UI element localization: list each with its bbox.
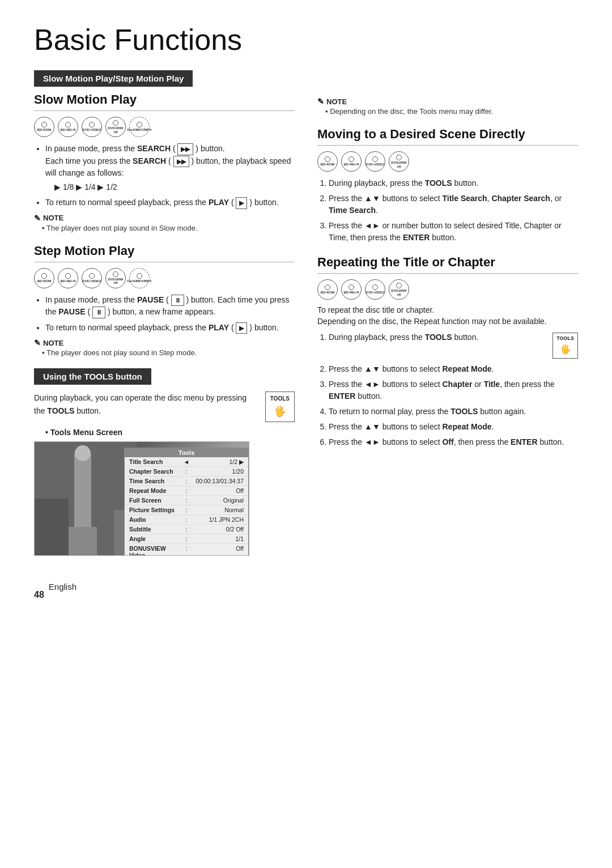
repeating-intro2: Depending on the disc, the Repeat functi…	[317, 317, 578, 326]
menu-row-picture-settings: Picture Settings : Normal	[125, 505, 248, 515]
page-title: Basic Functions	[34, 23, 578, 57]
slow-motion-bullets: In pause mode, press the SEARCH ( ▶▶ ) b…	[34, 143, 295, 209]
menu-row-time-search: Time Search : 00:00:13/01:34:37	[125, 476, 248, 486]
moving-scene-disc-icons: BD-ROM BD-RE/-R DVD-VIDEO DVD±RW/±R	[317, 151, 578, 172]
page-language: English	[49, 582, 76, 592]
tools-menu-screenshot: Tools Title Search ◄ 1/2 ▶ Chapter Searc…	[34, 441, 249, 556]
tools-intro: During playback, you can operate the dis…	[34, 392, 295, 422]
note-pencil-icon-2: ✎	[34, 338, 41, 347]
disc-dvd-rw: DVD±RW/±R	[105, 117, 126, 137]
slow-step-banner: Slow Motion Play/Step Motion Play	[34, 70, 193, 87]
tools-banner: Using the TOOLS button	[34, 368, 151, 385]
tools-button-graphic: TOOLS 🖐	[265, 392, 295, 422]
disc-dvd-video-3: DVD-VIDEO	[365, 151, 385, 172]
svg-rect-4	[35, 499, 69, 555]
disc-dvd-rw-2: DVD±RW/±R	[105, 268, 126, 288]
moving-scene-steps: During playback, press the TOOLS button.…	[317, 177, 578, 244]
right-note-label: NOTE	[326, 97, 347, 106]
disc-bd-rom-4: BD-ROM	[317, 279, 338, 300]
repeating-intro1: To repeat the disc title or chapter.	[317, 305, 578, 314]
disc-bd-re-r-3: BD-RE/-R	[341, 151, 362, 172]
right-note-content: Depending on the disc, the Tools menu ma…	[317, 107, 578, 116]
repeating-disc-icons: BD-ROM BD-RE/-R DVD-VIDEO DVD±RW/±R	[317, 279, 578, 300]
disc-dvd-video-4: DVD-VIDEO	[365, 279, 385, 300]
right-note: ✎ NOTE Depending on the disc, the Tools …	[317, 97, 578, 116]
menu-row-subtitle: Subtitle : 0/2 Off	[125, 525, 248, 534]
note-label: NOTE	[43, 214, 63, 222]
tools-button-small: TOOLS 🖐	[552, 333, 578, 359]
menu-row-chapter-search: Chapter Search : 1/20	[125, 467, 248, 476]
repeating-heading: Repeating the Title or Chapter	[317, 255, 578, 270]
menu-row-repeat-mode: Repeat Mode : Off	[125, 486, 248, 496]
menu-row-bonusview-video: BONUSVIEW Video : Off	[125, 544, 248, 556]
disc-bd-re-r-4: BD-RE/-R	[341, 279, 362, 300]
menu-row-audio: Audio : 1/1 JPN 2CH	[125, 515, 248, 525]
disc-dvd-rw-3: DVD±RW/±R	[389, 151, 409, 172]
disc-divx-2: DivX/MKV/MP4	[129, 268, 150, 288]
disc-divx: DivX/MKV/MP4	[129, 117, 150, 137]
moving-scene-heading: Moving to a Desired Scene Directly	[317, 127, 578, 142]
page-number: 48	[34, 590, 44, 600]
svg-rect-2	[69, 527, 97, 555]
svg-point-3	[75, 445, 91, 461]
menu-title: Tools	[125, 448, 248, 457]
disc-bd-rom-3: BD-ROM	[317, 151, 338, 172]
note-content-2: The player does not play sound in Step m…	[34, 348, 295, 357]
disc-bd-re-r-2: BD-RE/-R	[58, 268, 78, 288]
disc-bd-re-r: BD-RE/-R	[58, 117, 78, 137]
note-content: The player does not play sound in Slow m…	[34, 224, 295, 232]
step-motion-disc-icons: BD-ROM BD-RE/-R DVD-VIDEO DVD±RW/±R DivX…	[34, 268, 295, 288]
repeating-steps: During playback, press the TOOLS button.…	[317, 331, 578, 448]
disc-dvd-video: DVD-VIDEO	[82, 117, 102, 137]
step-motion-heading: Step Motion Play	[34, 244, 295, 258]
tools-menu-label: • Tools Menu Screen	[34, 428, 295, 437]
slow-motion-heading: Slow Motion Play	[34, 92, 295, 107]
menu-row-title-search: Title Search ◄ 1/2 ▶	[125, 457, 248, 467]
slow-motion-note: ✎ NOTE The player does not play sound in…	[34, 214, 295, 232]
step-motion-bullets: In pause mode, press the PAUSE ( ⏸ ) but…	[34, 294, 295, 334]
disc-dvd-rw-4: DVD±RW/±R	[389, 279, 409, 300]
step-motion-note: ✎ NOTE The player does not play sound in…	[34, 338, 295, 357]
slow-motion-disc-icons: BD-ROM BD-RE/-R DVD-VIDEO DVD±RW/±R DivX…	[34, 117, 295, 137]
note-pencil-icon: ✎	[34, 214, 41, 223]
tools-menu-overlay: Tools Title Search ◄ 1/2 ▶ Chapter Searc…	[124, 448, 249, 556]
note-pencil-icon-3: ✎	[317, 97, 324, 106]
disc-dvd-video-2: DVD-VIDEO	[82, 268, 102, 288]
page-footer: 48 English	[34, 573, 578, 600]
menu-row-full-screen: Full Screen : Original	[125, 496, 248, 505]
note-label-2: NOTE	[43, 339, 63, 347]
menu-row-angle: Angle : 1/1	[125, 534, 248, 544]
disc-bd-rom: BD-ROM	[34, 117, 54, 137]
disc-bd-rom-2: BD-ROM	[34, 268, 54, 288]
speed-sequence: ▶ 1/8 ▶ 1/4 ▶ 1/2	[45, 181, 295, 193]
